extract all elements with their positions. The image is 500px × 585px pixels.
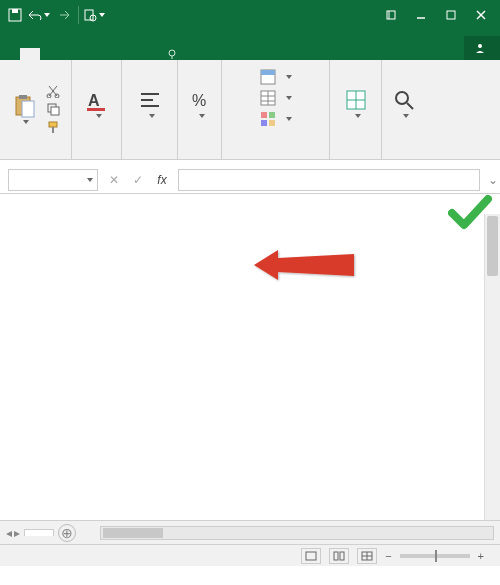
confirm-formula-icon[interactable]: ✓ bbox=[128, 170, 148, 190]
format-as-table-button[interactable] bbox=[260, 89, 292, 107]
svg-rect-44 bbox=[334, 552, 338, 560]
editing-group-button[interactable] bbox=[390, 86, 418, 120]
status-bar: − + bbox=[0, 544, 500, 566]
conditional-formatting-button[interactable] bbox=[260, 68, 292, 86]
quick-access-toolbar bbox=[4, 4, 105, 26]
svg-rect-43 bbox=[306, 552, 316, 560]
svg-point-9 bbox=[169, 50, 175, 56]
title-bar bbox=[0, 0, 500, 30]
svg-rect-22 bbox=[87, 108, 105, 111]
format-painter-icon[interactable] bbox=[44, 119, 62, 135]
svg-rect-33 bbox=[261, 112, 267, 118]
svg-rect-34 bbox=[269, 112, 275, 118]
person-icon bbox=[474, 42, 486, 54]
maximize-icon[interactable] bbox=[436, 0, 466, 30]
ribbon-tabs bbox=[0, 30, 500, 60]
ribbon: A % bbox=[0, 60, 500, 160]
cond-fmt-icon bbox=[260, 69, 276, 85]
align-icon bbox=[138, 88, 162, 112]
save-icon[interactable] bbox=[4, 4, 26, 26]
svg-rect-45 bbox=[340, 552, 344, 560]
fx-icon[interactable]: fx bbox=[152, 170, 172, 190]
vertical-scrollbar[interactable] bbox=[484, 214, 500, 520]
minimize-icon[interactable] bbox=[406, 0, 436, 30]
svg-rect-35 bbox=[261, 120, 267, 126]
cancel-formula-icon[interactable]: ✕ bbox=[104, 170, 124, 190]
svg-rect-18 bbox=[51, 107, 59, 115]
svg-rect-19 bbox=[49, 122, 57, 127]
number-group-button[interactable]: % bbox=[186, 86, 214, 120]
sheet-tab[interactable] bbox=[24, 529, 54, 536]
tab-data[interactable] bbox=[100, 48, 120, 60]
tab-page-layout[interactable] bbox=[60, 48, 80, 60]
expand-formula-icon[interactable]: ⌄ bbox=[486, 173, 500, 187]
svg-point-40 bbox=[396, 92, 408, 104]
bulb-icon bbox=[166, 48, 178, 60]
formula-input[interactable] bbox=[178, 169, 480, 191]
svg-rect-1 bbox=[12, 9, 18, 13]
svg-rect-6 bbox=[447, 11, 455, 19]
paste-button[interactable] bbox=[10, 92, 38, 126]
tab-view[interactable] bbox=[140, 48, 160, 60]
print-preview-icon[interactable] bbox=[83, 4, 105, 26]
name-box[interactable] bbox=[8, 169, 98, 191]
worksheet-grid[interactable] bbox=[0, 194, 500, 520]
formula-bar-row: ✕ ✓ fx ⌄ bbox=[0, 166, 500, 194]
percent-icon: % bbox=[188, 88, 212, 112]
close-icon[interactable] bbox=[466, 0, 496, 30]
font-icon: A bbox=[85, 88, 109, 112]
tab-insert[interactable] bbox=[40, 48, 60, 60]
svg-rect-4 bbox=[387, 11, 395, 19]
zoom-out-button[interactable]: − bbox=[385, 550, 391, 562]
sheet-nav[interactable]: ◂▸ bbox=[6, 526, 20, 540]
svg-rect-20 bbox=[52, 127, 54, 133]
svg-rect-14 bbox=[22, 101, 34, 117]
tab-home[interactable] bbox=[20, 48, 40, 60]
share-button[interactable] bbox=[464, 36, 500, 60]
cells-group-button[interactable] bbox=[342, 86, 370, 120]
copy-icon[interactable] bbox=[44, 101, 62, 117]
font-group-button[interactable]: A bbox=[83, 86, 111, 120]
tab-formulas[interactable] bbox=[80, 48, 100, 60]
redo-icon[interactable] bbox=[52, 4, 74, 26]
undo-icon[interactable] bbox=[28, 4, 50, 26]
clipboard-icon bbox=[12, 94, 36, 118]
alignment-group-button[interactable] bbox=[136, 86, 164, 120]
page-layout-view-icon[interactable] bbox=[329, 548, 349, 564]
svg-line-41 bbox=[407, 103, 413, 109]
cell-style-icon bbox=[260, 111, 276, 127]
cut-icon[interactable] bbox=[44, 83, 62, 99]
normal-view-icon[interactable] bbox=[301, 548, 321, 564]
svg-rect-28 bbox=[261, 70, 275, 75]
cell-styles-button[interactable] bbox=[260, 110, 292, 128]
svg-text:%: % bbox=[192, 92, 206, 109]
cells-icon bbox=[344, 88, 368, 112]
svg-point-11 bbox=[478, 44, 482, 48]
svg-rect-13 bbox=[19, 95, 27, 99]
tell-me[interactable] bbox=[160, 48, 188, 60]
zoom-in-button[interactable]: + bbox=[478, 550, 484, 562]
window-title bbox=[105, 8, 376, 22]
tab-file[interactable] bbox=[0, 48, 20, 60]
svg-text:A: A bbox=[88, 92, 100, 109]
chevron-down-icon bbox=[87, 178, 93, 182]
sheet-tab-bar: ◂▸ ⊕ bbox=[0, 520, 500, 544]
ribbon-options-icon[interactable] bbox=[376, 0, 406, 30]
svg-rect-36 bbox=[269, 120, 275, 126]
find-icon bbox=[392, 88, 416, 112]
add-sheet-button[interactable]: ⊕ bbox=[58, 524, 76, 542]
tab-review[interactable] bbox=[120, 48, 140, 60]
horizontal-scrollbar[interactable] bbox=[100, 526, 494, 540]
zoom-slider[interactable] bbox=[400, 554, 470, 558]
table-fmt-icon bbox=[260, 90, 276, 106]
page-break-view-icon[interactable] bbox=[357, 548, 377, 564]
